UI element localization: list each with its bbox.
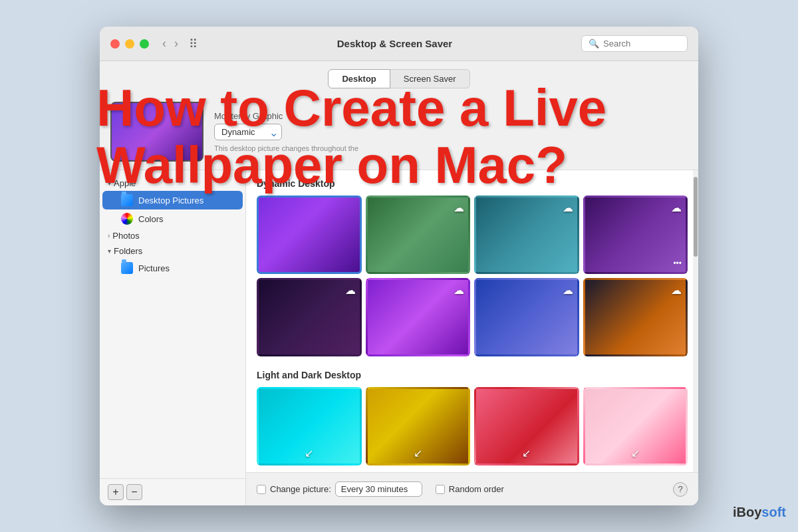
wallpaper-item-ld2[interactable]: ↙ <box>366 387 471 466</box>
help-button[interactable]: ? <box>673 482 688 497</box>
tab-screen-saver[interactable]: Screen Saver <box>390 69 470 88</box>
wallpaper-item-w4[interactable]: ☁ ••• <box>583 196 688 274</box>
cloud-download-icon: ☁ <box>454 201 464 214</box>
search-input[interactable] <box>603 39 683 49</box>
change-picture-label: Change picture: <box>270 484 331 494</box>
scrollbar-thumb[interactable] <box>694 177 698 257</box>
remove-button[interactable]: − <box>126 484 142 500</box>
sidebar-item-desktop-pictures[interactable]: Desktop Pictures <box>102 191 243 209</box>
chevron-down-icon-2: ▾ <box>108 247 111 255</box>
wallpaper-item-w5[interactable]: ☁ <box>257 278 362 356</box>
sidebar-group-apple-label: Apple <box>114 178 136 188</box>
sidebar-item-pictures[interactable]: Pictures <box>102 259 243 277</box>
scrollbar-track <box>693 170 698 472</box>
forward-button[interactable]: › <box>172 35 181 52</box>
watermark-part1: iBoy <box>733 505 761 519</box>
maximize-button[interactable] <box>140 39 149 49</box>
dynamic-wallpaper-grid: ☁ ☁ ☁ ••• ☁ ☁ ☁ <box>257 196 688 356</box>
bottom-bar: Change picture: Every 30 minutes Every 5… <box>246 472 698 505</box>
nav-arrows: ‹ › <box>160 35 181 52</box>
gallery-area: Dynamic Desktop ☁ ☁ ☁ ••• ☁ <box>246 170 698 472</box>
preview-section: Monterey Graphic Dynamic Light (Still) D… <box>100 94 698 170</box>
wallpaper-item-w2[interactable]: ☁ <box>366 196 471 274</box>
tab-desktop[interactable]: Desktop <box>328 69 390 88</box>
wallpaper-item-w3[interactable]: ☁ <box>474 196 579 274</box>
watermark: iBoysoft <box>733 505 786 520</box>
preview-controls: Monterey Graphic Dynamic Light (Still) D… <box>214 111 688 152</box>
traffic-lights <box>110 39 149 49</box>
sidebar-group-apple[interactable]: ▾ Apple <box>100 176 245 191</box>
wallpaper-item-w6[interactable]: ☁ <box>366 278 471 356</box>
grid-view-icon[interactable]: ⠿ <box>189 37 198 51</box>
dropdown-row: Dynamic Light (Still) Dark (Still) ⌄ <box>214 124 688 140</box>
window-title: Desktop & Screen Saver <box>208 38 581 49</box>
more-icon: ••• <box>673 259 682 268</box>
dynamic-dropdown-wrapper: Dynamic Light (Still) Dark (Still) ⌄ <box>214 124 282 140</box>
chevron-right-icon: › <box>108 232 110 239</box>
cloud-download-icon-11: ↙ <box>631 447 640 460</box>
wallpaper-item-w8[interactable]: ☁ <box>583 278 688 356</box>
back-button[interactable]: ‹ <box>160 35 169 52</box>
mac-window: ‹ › ⠿ Desktop & Screen Saver 🔍 Desktop S… <box>100 27 698 505</box>
wallpaper-name-label: Monterey Graphic <box>214 111 688 121</box>
random-order-label: Random order <box>449 484 504 494</box>
sidebar-group-photos-label: Photos <box>112 231 139 241</box>
cloud-download-icon-9: ↙ <box>414 447 422 460</box>
wallpaper-item-ld3[interactable]: ↙ <box>474 387 579 466</box>
wallpaper-item-w7[interactable]: ☁ <box>474 278 579 356</box>
light-dark-wallpaper-grid: ↙ ↙ ↙ ↙ <box>257 387 688 466</box>
search-box: 🔍 <box>581 35 688 52</box>
cloud-download-icon-8: ↙ <box>305 447 313 460</box>
change-picture-checkbox[interactable] <box>257 485 266 494</box>
sidebar-footer: + − <box>100 478 245 505</box>
cloud-download-icon-6: ☁ <box>563 284 573 297</box>
sidebar-item-colors[interactable]: Colors <box>102 209 243 228</box>
dynamic-dropdown[interactable]: Dynamic Light (Still) Dark (Still) <box>214 124 282 140</box>
wallpaper-item-w1[interactable] <box>257 196 362 274</box>
sidebar-group-photos[interactable]: › Photos <box>100 228 245 243</box>
interval-wrapper: Every 30 minutes Every 5 seconds Every m… <box>335 481 422 497</box>
interval-select[interactable]: Every 30 minutes Every 5 seconds Every m… <box>335 481 422 497</box>
interval-dropdown: Every 30 minutes Every 5 seconds Every m… <box>335 481 422 497</box>
cloud-download-icon-2: ☁ <box>563 201 573 214</box>
sidebar-item-desktop-pictures-label: Desktop Pictures <box>138 196 203 205</box>
wallpaper-item-ld4[interactable]: ↙ <box>583 387 688 466</box>
sidebar: ▾ Apple Desktop Pictures Colors › Photos <box>100 170 246 505</box>
tab-bar: Desktop Screen Saver <box>100 61 698 94</box>
cloud-download-icon-7: ☁ <box>671 284 682 297</box>
close-button[interactable] <box>110 39 120 49</box>
gallery-wrapper: Dynamic Desktop ☁ ☁ ☁ ••• ☁ <box>246 170 698 505</box>
cloud-download-icon-4: ☁ <box>345 284 356 297</box>
change-picture-row: Change picture: Every 30 minutes Every 5… <box>257 481 422 497</box>
colors-icon <box>121 213 133 225</box>
add-button[interactable]: + <box>108 484 124 500</box>
sidebar-item-colors-label: Colors <box>138 214 164 224</box>
preview-thumbnail <box>110 102 203 162</box>
sidebar-scroll: ▾ Apple Desktop Pictures Colors › Photos <box>100 170 245 478</box>
cloud-download-icon-10: ↙ <box>522 447 531 460</box>
dynamic-section-title: Dynamic Desktop <box>257 178 688 189</box>
minimize-button[interactable] <box>125 39 134 49</box>
sidebar-item-pictures-label: Pictures <box>138 263 170 273</box>
chevron-down-icon: ▾ <box>108 180 111 187</box>
watermark-part2: soft <box>761 505 786 519</box>
sidebar-group-folders[interactable]: ▾ Folders <box>100 243 245 259</box>
light-dark-section-title: Light and Dark Desktop <box>257 370 688 380</box>
wallpaper-item-ld1[interactable]: ↙ <box>257 387 362 466</box>
preview-description: This desktop picture changes throughout … <box>214 144 688 152</box>
cloud-download-icon-5: ☁ <box>454 284 464 297</box>
folder-icon <box>121 194 133 206</box>
random-order-checkbox[interactable] <box>436 485 445 494</box>
folder-icon-pictures <box>121 262 133 274</box>
search-icon: 🔍 <box>589 39 599 49</box>
sidebar-group-folders-label: Folders <box>114 246 142 256</box>
cloud-download-icon-3: ☁ <box>671 201 682 214</box>
main-content: ▾ Apple Desktop Pictures Colors › Photos <box>100 170 698 505</box>
random-order-row: Random order <box>436 484 504 494</box>
title-bar: ‹ › ⠿ Desktop & Screen Saver 🔍 <box>100 27 698 61</box>
